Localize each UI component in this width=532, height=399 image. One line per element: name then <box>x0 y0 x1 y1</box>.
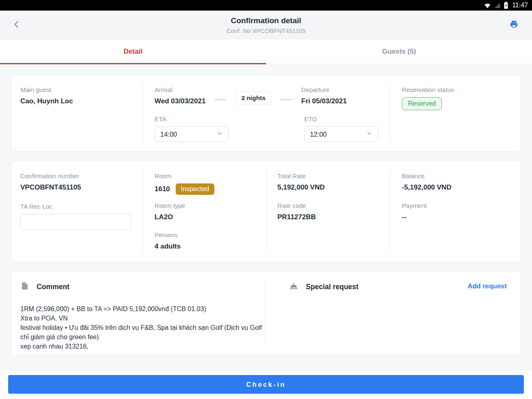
payment-value: -- <box>402 213 427 221</box>
confirmation-number-subtitle: Conf. No VPCOBFNT451105 <box>227 27 305 34</box>
arrival-label: Arrival <box>155 86 205 94</box>
eta-label: ETA <box>155 116 229 123</box>
connector-dash <box>214 99 227 100</box>
total-rate-value: 5,192,000 VND <box>277 183 325 192</box>
rate-code-label: Rate code <box>277 202 316 209</box>
divider <box>265 280 266 347</box>
stay-summary-card: Main guest Cao, Huynh Loc Arrival Wed 03… <box>11 74 521 152</box>
balance-field: Balance -5,192,000 VND <box>402 172 451 192</box>
etd-label: ETD <box>304 116 378 123</box>
total-rate-label: Total Rate <box>277 172 325 180</box>
payment-label: Payment <box>402 202 427 209</box>
etd-select[interactable]: 12:00 <box>304 126 378 142</box>
ta-rec-loc-label: TA Rec Loc <box>20 203 131 210</box>
etd-field: ETD 12:00 <box>304 116 378 142</box>
persons-label: Persons <box>155 231 181 239</box>
back-button[interactable] <box>11 18 23 32</box>
document-icon <box>20 281 29 292</box>
total-rate-field: Total Rate 5,192,000 VND <box>277 172 325 192</box>
divider <box>266 171 267 252</box>
ta-rec-loc-field: TA Rec Loc <box>20 203 131 230</box>
divider <box>143 171 143 252</box>
check-in-button[interactable]: Check-in <box>8 375 524 394</box>
tab-guests[interactable]: Guests (5) <box>266 39 532 64</box>
room-value: 1610 <box>155 185 170 193</box>
room-type-value: LA2O <box>155 213 185 221</box>
eta-value: 14:00 <box>160 131 177 138</box>
divider <box>390 85 390 142</box>
reservation-status-field: Reservation status Reserved <box>402 86 454 110</box>
stay-dates-row: Arrival Wed 03/03/2021 2 nights Departur… <box>155 86 347 105</box>
rate-code-value: PR11272BB <box>277 213 316 221</box>
departure-value: Fri 05/03/2021 <box>301 97 347 105</box>
header-titles: Confirmation detail Conf. No VPCOBFNT451… <box>227 16 305 34</box>
room-type-label: Room type <box>155 202 185 209</box>
room-label: Room <box>155 172 214 180</box>
ta-rec-loc-input[interactable] <box>20 214 131 230</box>
eta-field: ETA 14:00 <box>155 116 229 142</box>
reservation-status-badge: Reserved <box>402 97 442 110</box>
room-type-field: Room type LA2O <box>155 202 185 221</box>
content: Main guest Cao, Huynh Loc Arrival Wed 03… <box>0 64 532 369</box>
reservation-status-label: Reservation status <box>402 86 454 94</box>
comment-text: 1RM (2,596,000) + BB to TA => PAID 5,192… <box>20 304 264 351</box>
departure-field: Departure Fri 05/03/2021 <box>301 86 347 105</box>
arrival-value: Wed 03/03/2021 <box>155 97 205 105</box>
comment-title: Comment <box>37 283 70 291</box>
room-field: Room 1610 Inspected <box>155 172 214 195</box>
notes-card: Comment 1RM (2,596,000) + BB to TA => PA… <box>11 271 521 355</box>
reservation-details-card: Confirmation number VPCOBFNT451105 TA Re… <box>11 161 521 262</box>
divider <box>143 85 143 142</box>
comment-header: Comment <box>20 281 70 292</box>
nights-chip: 2 nights <box>235 92 271 105</box>
payment-field: Payment -- <box>402 202 427 221</box>
wifi-icon <box>484 2 491 9</box>
connector-dash <box>280 99 292 100</box>
balance-label: Balance <box>402 172 451 180</box>
cloche-icon <box>289 281 299 292</box>
page-title: Confirmation detail <box>227 16 305 25</box>
status-time: 11:47 <box>512 2 528 9</box>
status-bar: 11:47 <box>0 0 532 11</box>
tab-bar: Detail Guests (5) <box>0 39 532 64</box>
balance-value: -5,192,000 VND <box>402 183 451 192</box>
etd-value: 12:00 <box>310 131 327 138</box>
main-guest-value: Cao, Huynh Loc <box>20 97 73 105</box>
main-guest-label: Main guest <box>20 86 73 94</box>
persons-field: Persons 4 adults <box>155 231 181 251</box>
cellular-signal-icon <box>494 2 501 9</box>
main-guest-field: Main guest Cao, Huynh Loc <box>20 86 73 105</box>
header: Confirmation detail Conf. No VPCOBFNT451… <box>0 11 532 39</box>
room-inspected-badge: Inspected <box>176 183 214 195</box>
chevron-down-icon <box>216 130 223 138</box>
tab-detail[interactable]: Detail <box>0 39 266 64</box>
confirmation-number-label: Confirmation number <box>20 172 81 180</box>
print-button[interactable] <box>507 18 521 33</box>
departure-label: Departure <box>301 86 347 94</box>
arrival-field: Arrival Wed 03/03/2021 <box>155 86 205 105</box>
confirmation-number-value: VPCOBFNT451105 <box>20 183 81 192</box>
eta-select[interactable]: 14:00 <box>155 126 229 142</box>
divider <box>390 171 390 252</box>
chevron-down-icon <box>366 130 373 138</box>
confirmation-number-field: Confirmation number VPCOBFNT451105 <box>20 172 81 192</box>
special-request-header: Special request <box>289 281 358 292</box>
battery-charging-icon <box>504 2 508 9</box>
rate-code-field: Rate code PR11272BB <box>277 202 316 221</box>
persons-value: 4 adults <box>155 242 181 251</box>
add-request-link[interactable]: Add request <box>468 282 507 290</box>
special-request-title: Special request <box>306 283 358 291</box>
footer: Check-in <box>0 369 532 399</box>
